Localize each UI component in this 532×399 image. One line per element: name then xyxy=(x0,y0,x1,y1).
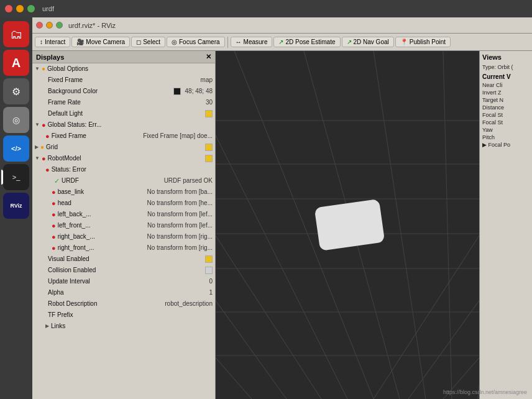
status-error-label: Status: Error xyxy=(52,165,213,175)
displays-panel-content[interactable]: ▼ ● Global Options Fixed Frame map Backg… xyxy=(32,63,215,399)
interact-label: Interact xyxy=(45,39,65,45)
collision-enabled-row[interactable]: Collision Enabled xyxy=(32,265,215,276)
fixed-frame-label: Fixed Frame xyxy=(48,75,196,85)
rviz-min-btn[interactable] xyxy=(46,22,53,29)
displays-close-btn[interactable]: ✕ xyxy=(206,53,211,61)
grid-warn-icon: ● xyxy=(40,142,44,152)
left-back-row[interactable]: ● left_back_... No transform from [lef..… xyxy=(32,209,215,220)
sidebar-icon-terminal[interactable]: >_ xyxy=(3,164,29,190)
left-back-label: left_back_... xyxy=(58,209,143,219)
right-front-row[interactable]: ● right_front_... No transform from [rig… xyxy=(32,242,215,254)
focal-po-item[interactable]: ▶ Focal Po xyxy=(482,141,530,149)
sidebar-icon-chrome[interactable]: ◎ xyxy=(3,107,29,133)
pose-estimate-button[interactable]: ↗ 2D Pose Estimate xyxy=(273,37,340,47)
base-link-label: base_link xyxy=(58,187,143,197)
rviz-max-btn[interactable] xyxy=(56,22,63,29)
sidebar-icon-settings[interactable]: ⚙ xyxy=(3,78,29,104)
left-front-label: left_front_... xyxy=(58,221,143,231)
os-close-dot[interactable] xyxy=(5,5,12,12)
default-light-label: Default Light xyxy=(48,109,203,119)
interact-button[interactable]: ↕ Interact xyxy=(35,37,70,47)
urdf-ok-row[interactable]: ✓ URDF URDF parsed OK xyxy=(32,175,215,186)
pitch-item[interactable]: Pitch xyxy=(482,134,530,141)
frame-rate-row[interactable]: Frame Rate 30 xyxy=(32,97,215,108)
grid-row[interactable]: ▶ ● Grid xyxy=(32,142,215,153)
nav-goal-button[interactable]: ↗ 2D Nav Goal xyxy=(342,37,394,47)
grid-svg xyxy=(216,51,479,399)
right-front-value: No transform from [rig... xyxy=(147,243,213,253)
os-min-dot[interactable] xyxy=(16,5,24,12)
sidebar-icon-text[interactable]: A xyxy=(3,50,29,76)
measure-button[interactable]: ↔ Measure xyxy=(231,37,273,47)
base-link-row[interactable]: ● base_link No transform from [ba... xyxy=(32,186,215,198)
svg-rect-19 xyxy=(314,199,385,251)
left-front-value: No transform from [lef... xyxy=(147,221,213,231)
focus-icon: ◎ xyxy=(172,39,177,45)
alpha-row[interactable]: Alpha 1 xyxy=(32,287,215,298)
current-view-section[interactable]: Current V xyxy=(482,73,530,80)
update-interval-value: 0 xyxy=(209,277,213,287)
move-camera-button[interactable]: 🎥 Move Camera xyxy=(71,37,130,47)
sidebar-icon-code[interactable]: </> xyxy=(3,135,29,162)
urdf-value: URDF parsed OK xyxy=(164,176,213,186)
right-front-icon: ● xyxy=(52,243,56,253)
near-clip-item[interactable]: Near Cli xyxy=(482,81,530,89)
status-error-icon: ● xyxy=(45,165,50,175)
robot-model-row[interactable]: ▼ ● RobotModel xyxy=(32,153,215,164)
os-max-dot[interactable] xyxy=(27,5,35,12)
status-error-row[interactable]: ● Status: Error xyxy=(32,164,215,175)
views-title: Views xyxy=(482,53,530,61)
visual-enabled-row[interactable]: Visual Enabled xyxy=(32,254,215,265)
links-row[interactable]: ▶ Links xyxy=(32,321,215,332)
background-color-swatch[interactable] xyxy=(173,88,181,95)
tf-prefix-row[interactable]: TF Prefix xyxy=(32,310,215,321)
left-front-row[interactable]: ● left_front_... No transform from [lef.… xyxy=(32,220,215,231)
collision-enabled-checkbox[interactable] xyxy=(205,267,213,274)
global-status-label: Global Status: Err... xyxy=(48,120,213,130)
pose-label: 2D Pose Estimate xyxy=(285,39,335,45)
select-button[interactable]: ◻ Select xyxy=(131,37,165,47)
distance-item[interactable]: Distance xyxy=(482,104,530,111)
svg-line-15 xyxy=(216,260,252,399)
sidebar-icon-files[interactable]: 🗂 xyxy=(3,21,29,47)
focus-camera-button[interactable]: ◎ Focus Camera xyxy=(167,37,225,47)
move-camera-label: Move Camera xyxy=(86,39,125,45)
default-light-row[interactable]: Default Light xyxy=(32,108,215,119)
fixed-frame-status-label: Fixed Frame xyxy=(52,131,139,141)
global-status-error-icon: ● xyxy=(42,120,46,130)
background-color-label: Background Color xyxy=(48,86,172,96)
update-interval-row[interactable]: Update Interval 0 xyxy=(32,276,215,287)
yaw-item[interactable]: Yaw xyxy=(482,126,530,134)
target-item[interactable]: Target N xyxy=(482,96,530,104)
right-back-value: No transform from [rig... xyxy=(147,232,213,242)
visual-enabled-label: Visual Enabled xyxy=(48,254,203,264)
head-row[interactable]: ● head No transform from [he... xyxy=(32,198,215,209)
right-back-row[interactable]: ● right_back_... No transform from [rig.… xyxy=(32,231,215,242)
publish-icon: 📍 xyxy=(400,39,408,45)
left-front-icon: ● xyxy=(52,221,56,231)
background-color-row[interactable]: Background Color 48; 48; 48 xyxy=(32,86,215,97)
robot-description-row[interactable]: Robot Description robot_description xyxy=(32,298,215,310)
sidebar-icon-rviz[interactable]: RViz xyxy=(3,193,29,219)
focal-st-2-item[interactable]: Focal St xyxy=(482,119,530,126)
grid-checkbox[interactable] xyxy=(205,144,213,151)
invert-z-item[interactable]: Invert Z xyxy=(482,89,530,96)
rviz-close-btn[interactable] xyxy=(36,22,43,29)
focal-st-1-item[interactable]: Focal St xyxy=(482,111,530,119)
3d-viewport[interactable] xyxy=(216,51,479,399)
visual-enabled-checkbox[interactable] xyxy=(205,255,213,263)
right-back-icon: ● xyxy=(52,232,56,242)
fixed-frame-status-row[interactable]: ● Fixed Frame Fixed Frame [map] doe... xyxy=(32,131,215,142)
left-back-icon: ● xyxy=(52,209,56,219)
rviz-window: urdf.rviz* - RViz ↕ Interact 🎥 Move Came… xyxy=(32,17,532,399)
default-light-checkbox[interactable] xyxy=(205,110,213,117)
publish-point-button[interactable]: 📍 Publish Point xyxy=(395,37,451,47)
base-link-icon: ● xyxy=(52,187,56,197)
global-options-row[interactable]: ▼ ● Global Options xyxy=(32,63,215,75)
robot-model-checkbox[interactable] xyxy=(205,155,213,162)
fixed-frame-row[interactable]: Fixed Frame map xyxy=(32,75,215,86)
toolbar-separator-1 xyxy=(227,37,228,48)
frame-rate-value: 30 xyxy=(206,98,213,108)
global-status-row[interactable]: ▼ ● Global Status: Err... xyxy=(32,119,215,131)
urdf-label: URDF xyxy=(62,176,160,186)
